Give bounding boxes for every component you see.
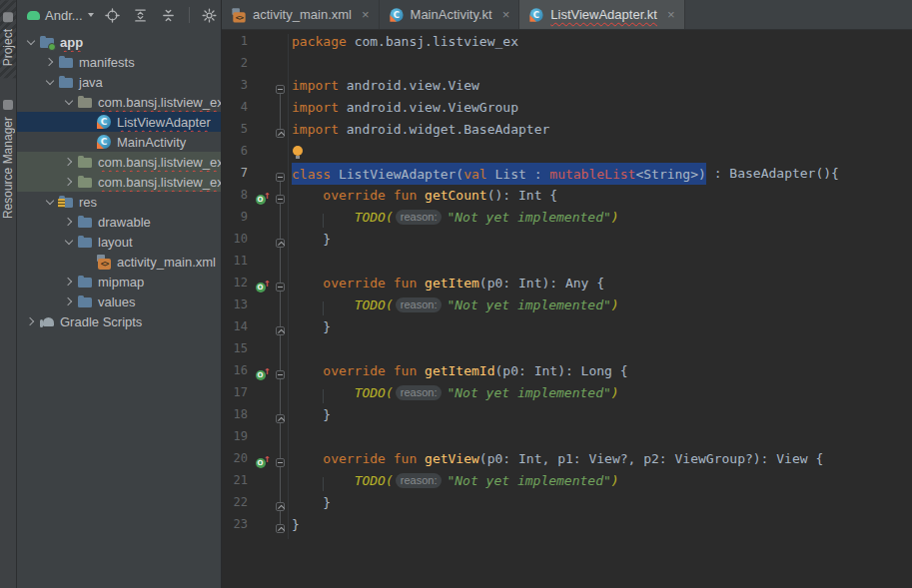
fold-marker[interactable] [272,363,289,385]
tree-item-com-bansj-listview-ex[interactable]: com.bansj.listview_ex [17,92,221,112]
toolwindow-button-resource-manager[interactable]: Resource Manager [0,88,16,231]
tree-item-gradle-scripts[interactable]: Gradle Scripts [17,311,221,331]
toolbar-separator [189,7,190,23]
code-line-9[interactable]: 9 TODO(reason:"Not yet implemented") [222,210,912,232]
chevron-right-icon[interactable] [60,272,77,292]
code-text: } [289,319,912,341]
tree-item-com-bansj-listview-ex-androidtest[interactable]: com.bansj.listview_ex(androidTest) [17,152,221,172]
gutter-spacer [252,319,272,341]
close-icon[interactable]: × [667,7,675,22]
tree-item-com-bansj-listview-ex-test[interactable]: com.bansj.listview_ex(test) [17,172,221,192]
tab-listviewadapter-kt[interactable]: CListViewAdapter.kt× [519,0,684,29]
fold-marker[interactable] [272,232,289,254]
code-line-17[interactable]: 17 TODO(reason:"Not yet implemented") [222,385,912,407]
close-icon[interactable]: × [362,7,370,22]
code-text: TODO(reason:"Not yet implemented") [289,210,912,232]
chevron-down-icon[interactable] [60,92,77,112]
tree-item-label: java [79,75,103,90]
fold-marker[interactable] [272,276,289,297]
toolwindow-button-project[interactable]: Project [0,0,16,78]
code-line-23[interactable]: 23} [222,517,912,539]
package-test-icon [77,154,93,170]
tab-mainactivity-kt[interactable]: CMainActivity.kt× [380,0,520,29]
tree-item-listviewadapter[interactable]: CListViewAdapter [17,112,221,132]
fold-marker[interactable] [272,319,289,341]
tab-label: activity_main.xml [253,7,352,22]
code-line-8[interactable]: 8O↑ override fun getCount(): Int { [222,188,912,210]
tree-item-res[interactable]: res [17,192,221,212]
code-line-11[interactable]: 11 [222,254,912,276]
tree-item-manifests[interactable]: manifests [17,52,221,72]
fold-marker[interactable] [272,407,289,429]
collapse-all-icon[interactable] [161,7,177,23]
code-line-3[interactable]: 3import android.view.View [222,78,912,100]
code-line-18[interactable]: 18 } [222,407,912,429]
expand-all-icon[interactable] [133,7,149,23]
tree-item-label: com.bansj.listview_ex [98,155,221,170]
chevron-down-icon[interactable] [41,192,58,212]
code-line-7[interactable]: 7class ListViewAdapter(val List : mutabl… [222,166,912,188]
code-line-22[interactable]: 22 } [222,495,912,517]
tree-item-mainactivity[interactable]: CMainActivity [17,132,221,152]
code-line-14[interactable]: 14 } [222,319,912,341]
tab-activity-main-xml[interactable]: <>activity_main.xml× [222,0,380,29]
fold-marker[interactable] [272,188,289,210]
code-line-4[interactable]: 4import android.view.ViewGroup [222,100,912,122]
tree-item-app[interactable]: app [17,32,221,52]
line-number: 20 [222,451,252,473]
gutter-spacer [252,407,272,429]
code-line-12[interactable]: 12O↑ override fun getItem(p0: Int): Any … [222,276,912,297]
code-line-21[interactable]: 21 TODO(reason:"Not yet implemented") [222,473,912,495]
code-editor[interactable]: 1package com.bansj.listview_ex23import a… [222,30,912,588]
code-line-2[interactable]: 2 [222,56,912,78]
chevron-right-icon[interactable] [60,172,77,192]
tree-item-java[interactable]: java [17,72,221,92]
override-gutter-icon[interactable]: O↑ [252,188,272,210]
tree-item-mipmap[interactable]: mipmap [17,272,221,292]
code-token: package [292,34,355,49]
locate-icon[interactable] [105,7,121,23]
tree-item-values[interactable]: values [17,292,221,311]
close-icon[interactable]: × [502,7,510,22]
tree-item-drawable[interactable]: drawable [17,212,221,232]
chevron-down-icon[interactable] [22,32,39,52]
chevron-down-icon[interactable] [41,72,58,92]
code-line-5[interactable]: 5import android.widget.BaseAdapter [222,122,912,144]
code-line-13[interactable]: 13 TODO(reason:"Not yet implemented") [222,297,912,319]
code-line-15[interactable]: 15 [222,341,912,363]
code-line-20[interactable]: 20O↑ override fun getView(p0: Int, p1: V… [222,451,912,473]
fold-marker[interactable] [272,78,289,100]
override-gutter-icon[interactable]: O↑ [252,276,272,297]
editor-area: <>activity_main.xml×CMainActivity.kt×CLi… [222,0,912,588]
chevron-right-icon[interactable] [60,152,77,172]
fold-marker[interactable] [272,122,289,144]
fold-marker[interactable] [272,495,289,517]
chevron-right-icon[interactable] [41,52,58,72]
code-token: class [292,166,339,181]
override-gutter-icon[interactable]: O↑ [252,451,272,473]
tree-item-layout[interactable]: layout [17,232,221,252]
chevron-down-icon[interactable] [60,232,77,252]
project-view-selector[interactable]: Andr... [27,8,94,23]
folder-app-icon [39,34,55,50]
intention-bulb-icon[interactable] [292,144,304,160]
override-gutter-icon[interactable]: O↑ [252,363,272,385]
code-line-16[interactable]: 16O↑ override fun getItemId(p0: Int): Lo… [222,363,912,385]
code-token: <String>) [635,166,705,181]
code-line-19[interactable]: 19 [222,429,912,451]
fold-marker[interactable] [272,451,289,473]
code-token: import [292,122,347,137]
chevron-right-icon[interactable] [60,212,77,232]
chevron-right-icon[interactable] [22,311,39,331]
code-token: com.bansj.listview_ex [355,34,518,49]
code-line-1[interactable]: 1package com.bansj.listview_ex [222,34,912,56]
gutter-spacer [252,56,272,78]
code-line-10[interactable]: 10 } [222,232,912,254]
tree-item-activity-main-xml[interactable]: <>activity_main.xml [17,252,221,272]
fold-marker[interactable] [272,517,289,539]
gutter-spacer [252,100,272,122]
fold-marker[interactable] [272,166,289,188]
settings-icon[interactable] [202,7,218,23]
line-number: 2 [222,56,252,78]
chevron-right-icon[interactable] [60,292,77,311]
